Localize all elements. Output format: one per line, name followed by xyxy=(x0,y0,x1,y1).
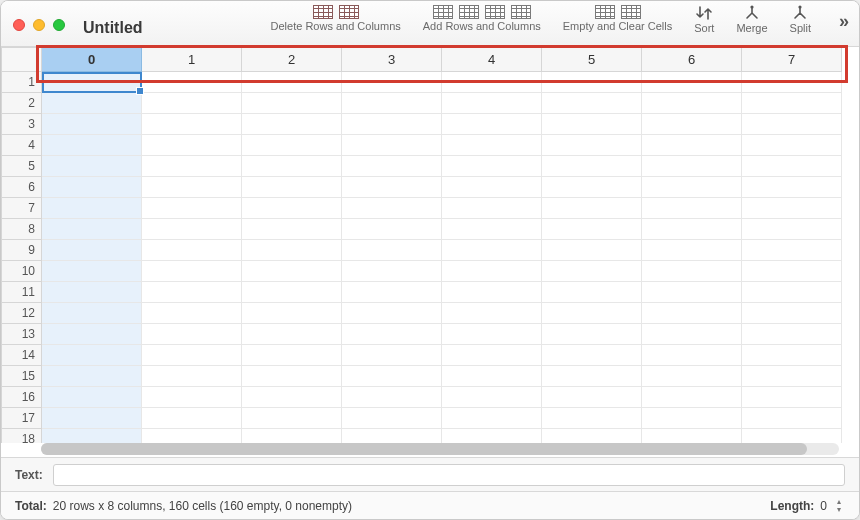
cell[interactable] xyxy=(42,324,142,345)
delete-columns-icon[interactable] xyxy=(339,5,359,19)
cell[interactable] xyxy=(742,429,842,444)
cell[interactable] xyxy=(442,72,542,93)
cell[interactable] xyxy=(742,240,842,261)
cell[interactable] xyxy=(342,240,442,261)
cell[interactable] xyxy=(242,324,342,345)
cell[interactable] xyxy=(142,324,242,345)
cell[interactable] xyxy=(42,282,142,303)
cell[interactable] xyxy=(642,93,742,114)
minimize-window-button[interactable] xyxy=(33,19,45,31)
cell[interactable] xyxy=(542,387,642,408)
cell[interactable] xyxy=(242,429,342,444)
cell[interactable] xyxy=(142,198,242,219)
cell[interactable] xyxy=(742,366,842,387)
cell[interactable] xyxy=(442,408,542,429)
toolbar-overflow-button[interactable]: » xyxy=(839,11,849,32)
close-window-button[interactable] xyxy=(13,19,25,31)
cell[interactable] xyxy=(442,366,542,387)
cell[interactable] xyxy=(142,93,242,114)
cell[interactable] xyxy=(242,303,342,324)
add-column-left-icon[interactable] xyxy=(485,5,505,19)
cell[interactable] xyxy=(342,345,442,366)
cell[interactable] xyxy=(142,366,242,387)
cell[interactable] xyxy=(442,240,542,261)
cell[interactable] xyxy=(242,156,342,177)
cell[interactable] xyxy=(342,261,442,282)
cell[interactable] xyxy=(642,345,742,366)
cell[interactable] xyxy=(342,93,442,114)
cell[interactable] xyxy=(242,387,342,408)
cell[interactable] xyxy=(542,429,642,444)
cell[interactable] xyxy=(642,387,742,408)
cell[interactable] xyxy=(42,135,142,156)
empty-cells-icon[interactable] xyxy=(595,5,615,19)
cell[interactable] xyxy=(742,387,842,408)
cell[interactable] xyxy=(42,198,142,219)
merge-icon[interactable] xyxy=(743,5,761,21)
row-header[interactable]: 11 xyxy=(2,282,42,303)
cell-text-input[interactable] xyxy=(53,464,845,486)
cell[interactable] xyxy=(242,219,342,240)
cell[interactable] xyxy=(42,93,142,114)
row-header[interactable]: 6 xyxy=(2,177,42,198)
cell[interactable] xyxy=(642,282,742,303)
cell[interactable] xyxy=(42,303,142,324)
spreadsheet[interactable]: 01234567123456789101112131415161718 xyxy=(1,47,859,443)
cell[interactable] xyxy=(142,261,242,282)
cell[interactable] xyxy=(242,261,342,282)
cell[interactable] xyxy=(442,345,542,366)
row-header[interactable]: 10 xyxy=(2,261,42,282)
cell[interactable] xyxy=(542,303,642,324)
add-column-right-icon[interactable] xyxy=(511,5,531,19)
cell[interactable] xyxy=(342,72,442,93)
chevron-down-icon[interactable]: ▾ xyxy=(833,506,845,514)
cell[interactable] xyxy=(342,219,442,240)
cell[interactable] xyxy=(442,219,542,240)
cell[interactable] xyxy=(342,282,442,303)
cell[interactable] xyxy=(142,408,242,429)
cell[interactable] xyxy=(542,219,642,240)
cell[interactable] xyxy=(742,72,842,93)
cell[interactable] xyxy=(542,198,642,219)
column-header[interactable]: 3 xyxy=(342,48,442,72)
cell[interactable] xyxy=(242,366,342,387)
cell[interactable] xyxy=(342,198,442,219)
row-header[interactable]: 3 xyxy=(2,114,42,135)
horizontal-scrollbar[interactable] xyxy=(41,443,839,455)
cell[interactable] xyxy=(442,261,542,282)
cell[interactable] xyxy=(342,156,442,177)
cell[interactable] xyxy=(42,177,142,198)
cell[interactable] xyxy=(142,240,242,261)
row-header[interactable]: 5 xyxy=(2,156,42,177)
row-header[interactable]: 7 xyxy=(2,198,42,219)
cell[interactable] xyxy=(542,135,642,156)
column-header[interactable]: 6 xyxy=(642,48,742,72)
cell[interactable] xyxy=(342,429,442,444)
cell[interactable] xyxy=(42,429,142,444)
cell[interactable] xyxy=(242,345,342,366)
cell[interactable] xyxy=(742,324,842,345)
cell[interactable] xyxy=(342,324,442,345)
column-header[interactable]: 0 xyxy=(42,48,142,72)
cell[interactable] xyxy=(642,72,742,93)
cell[interactable] xyxy=(242,114,342,135)
cell[interactable] xyxy=(542,408,642,429)
cell[interactable] xyxy=(642,240,742,261)
cell[interactable] xyxy=(142,135,242,156)
cell[interactable] xyxy=(542,72,642,93)
cell[interactable] xyxy=(42,261,142,282)
cell[interactable] xyxy=(142,156,242,177)
cell[interactable] xyxy=(242,240,342,261)
cell[interactable] xyxy=(442,282,542,303)
cell[interactable] xyxy=(542,345,642,366)
cell[interactable] xyxy=(342,135,442,156)
cell[interactable] xyxy=(642,114,742,135)
cell[interactable] xyxy=(542,156,642,177)
cell[interactable] xyxy=(342,114,442,135)
cell[interactable] xyxy=(642,408,742,429)
add-row-below-icon[interactable] xyxy=(459,5,479,19)
column-header[interactable]: 5 xyxy=(542,48,642,72)
cell[interactable] xyxy=(242,93,342,114)
cell[interactable] xyxy=(42,72,142,93)
cell[interactable] xyxy=(742,219,842,240)
